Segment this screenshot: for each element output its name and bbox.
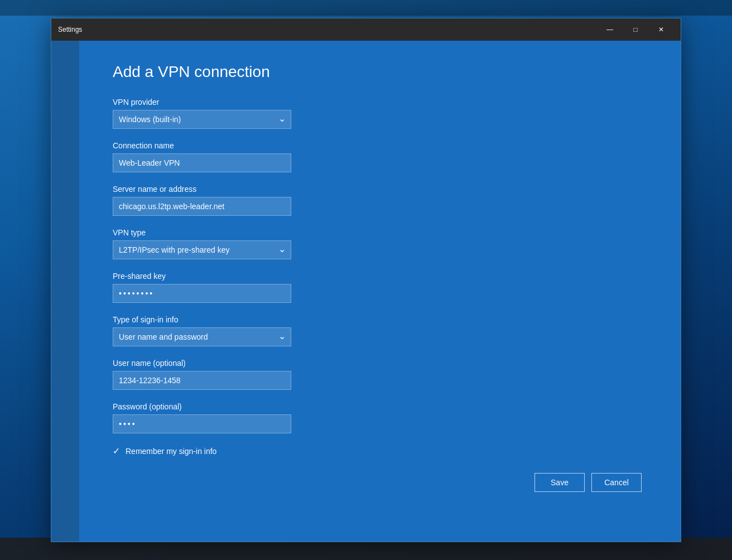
save-button[interactable]: Save (534, 473, 585, 492)
close-button[interactable]: ✕ (648, 21, 674, 38)
vpn-type-select-wrapper: Automatic L2TP/IPsec with pre-shared key… (113, 240, 291, 259)
vpn-provider-group: VPN provider Windows (built-in) (113, 98, 653, 129)
pre-shared-key-group: Pre-shared key (113, 272, 653, 303)
buttons-row: Save Cancel (113, 473, 653, 492)
connection-name-input[interactable] (113, 153, 291, 172)
username-group: User name (optional) (113, 359, 653, 390)
title-bar-left: Settings (58, 26, 82, 33)
connection-name-group: Connection name (113, 141, 653, 172)
username-label: User name (optional) (113, 359, 653, 368)
server-name-group: Server name or address (113, 185, 653, 216)
vpn-provider-select-wrapper: Windows (built-in) (113, 110, 291, 129)
main-content: Add a VPN connection VPN provider Window… (79, 41, 681, 542)
server-name-input[interactable] (113, 197, 291, 216)
username-input[interactable] (113, 371, 291, 390)
sign-in-type-select[interactable]: User name and password Smart card One-ti… (113, 327, 291, 346)
sign-in-type-select-wrapper: User name and password Smart card One-ti… (113, 327, 291, 346)
sign-in-type-group: Type of sign-in info User name and passw… (113, 315, 653, 346)
minimize-button[interactable]: — (597, 21, 623, 38)
server-name-label: Server name or address (113, 185, 653, 194)
page-title: Add a VPN connection (113, 63, 653, 81)
window-title: Settings (58, 26, 82, 33)
vpn-type-select[interactable]: Automatic L2TP/IPsec with pre-shared key… (113, 240, 291, 259)
sign-in-type-label: Type of sign-in info (113, 315, 653, 324)
maximize-button[interactable]: □ (623, 21, 648, 38)
checkmark-icon: ✓ (113, 446, 120, 456)
taskbar-top (0, 0, 732, 16)
pre-shared-key-input[interactable] (113, 284, 291, 303)
cancel-button[interactable]: Cancel (591, 473, 642, 492)
vpn-provider-select[interactable]: Windows (built-in) (113, 110, 291, 129)
password-label: Password (optional) (113, 402, 653, 411)
sidebar (51, 41, 79, 542)
window-body: Add a VPN connection VPN provider Window… (51, 41, 681, 542)
vpn-type-group: VPN type Automatic L2TP/IPsec with pre-s… (113, 228, 653, 259)
settings-window: Settings — □ ✕ Add a VPN connection VPN … (51, 18, 681, 542)
vpn-provider-label: VPN provider (113, 98, 653, 107)
password-group: Password (optional) (113, 402, 653, 433)
vpn-type-label: VPN type (113, 228, 653, 237)
remember-signin-label: Remember my sign-in info (126, 447, 216, 456)
connection-name-label: Connection name (113, 141, 653, 150)
remember-signin-row: ✓ Remember my sign-in info (113, 446, 653, 456)
title-bar-controls: — □ ✕ (597, 21, 674, 38)
pre-shared-key-label: Pre-shared key (113, 272, 653, 281)
password-input[interactable] (113, 414, 291, 433)
title-bar: Settings — □ ✕ (51, 18, 681, 41)
